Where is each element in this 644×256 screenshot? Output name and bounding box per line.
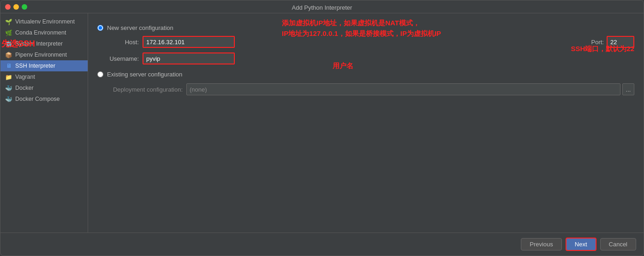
radio-new-server-row: New server configuration <box>97 24 634 31</box>
sidebar-item-docker[interactable]: 🐳 Docker <box>0 82 88 93</box>
dialog: Add Python Interpreter 🌱 Virtualenv Envi… <box>0 0 644 256</box>
username-row: Username: <box>97 52 634 64</box>
main-form-area: 添加虚拟机IP地址，如果虚拟机是NAT模式， IP地址为127.0.0.1，如果… <box>88 13 644 233</box>
sidebar-item-label: Pipenv Environment <box>15 52 67 58</box>
virtualenv-icon: 🌱 <box>5 18 12 25</box>
radio-new-server-label[interactable]: New server configuration <box>97 24 634 31</box>
sidebar-item-conda[interactable]: 🌿 Conda Environment <box>0 27 88 38</box>
sidebar: 🌱 Virtualenv Environment 🌿 Conda Environ… <box>0 13 88 233</box>
dockercompose-icon: 🐳 <box>5 95 12 103</box>
pipenv-icon: 📦 <box>5 51 12 58</box>
conda-icon: 🌿 <box>5 29 12 36</box>
deploy-select[interactable]: (none) <box>186 83 620 95</box>
deployment-row: Deployment configuration: (none) ... <box>97 83 634 95</box>
sidebar-item-dockercompose[interactable]: 🐳 Docker Compose <box>0 93 88 105</box>
dialog-title: Add Python Interpreter <box>292 4 352 11</box>
username-input[interactable] <box>143 52 235 64</box>
sidebar-item-label: SSH Interpreter <box>15 63 55 69</box>
deploy-dots-button[interactable]: ... <box>622 83 634 95</box>
sidebar-item-vagrant[interactable]: 📁 Vagrant <box>0 71 88 82</box>
sidebar-item-label: Docker <box>15 85 34 91</box>
username-label: Username: <box>97 55 139 62</box>
port-input[interactable] <box>607 36 634 48</box>
radio-existing-server-row: Existing server configuration <box>97 71 634 78</box>
port-label: Port: <box>591 39 604 46</box>
port-area: Port: <box>591 36 634 48</box>
vagrant-icon: 📁 <box>5 73 12 81</box>
sidebar-item-virtualenv[interactable]: 🌱 Virtualenv Environment <box>0 16 88 27</box>
previous-button[interactable]: Previous <box>521 238 562 250</box>
sidebar-item-label: Vagrant <box>15 74 35 80</box>
cancel-button[interactable]: Cancel <box>600 238 636 250</box>
deploy-select-wrap: (none) ... <box>186 83 634 95</box>
traffic-lights <box>5 4 27 10</box>
sidebar-item-system[interactable]: ⚙️ System Interpreter 先选SSH <box>0 38 88 49</box>
radio-existing-server[interactable] <box>97 71 103 77</box>
deploy-label: Deployment configuration: <box>97 86 183 93</box>
close-button[interactable] <box>5 4 11 10</box>
sidebar-item-label: Virtualenv Environment <box>15 18 75 25</box>
system-icon: ⚙️ <box>5 40 12 47</box>
sidebar-item-label: System Interpreter <box>15 41 63 47</box>
docker-icon: 🐳 <box>5 84 12 92</box>
radio-existing-server-label[interactable]: Existing server configuration <box>97 71 634 78</box>
maximize-button[interactable] <box>22 4 27 10</box>
ssh-icon: 🖥 <box>5 62 12 70</box>
new-server-label: New server configuration <box>107 24 173 31</box>
next-button[interactable]: Next <box>566 238 596 251</box>
minimize-button[interactable] <box>13 4 19 10</box>
sidebar-item-label: Docker Compose <box>15 96 60 102</box>
bottom-bar: Previous Next Cancel <box>0 233 644 256</box>
host-row: Host: Port: <box>97 36 634 48</box>
sidebar-item-label: Conda Environment <box>15 29 66 36</box>
radio-new-server[interactable] <box>97 25 103 31</box>
sidebar-item-pipenv[interactable]: 📦 Pipenv Environment <box>0 49 88 60</box>
sidebar-item-ssh[interactable]: 🖥 SSH Interpreter <box>0 60 88 71</box>
content-area: 🌱 Virtualenv Environment 🌿 Conda Environ… <box>0 13 644 233</box>
host-label: Host: <box>97 39 139 46</box>
host-input[interactable] <box>143 36 235 48</box>
existing-server-label: Existing server configuration <box>107 71 182 78</box>
title-bar: Add Python Interpreter <box>0 0 644 13</box>
